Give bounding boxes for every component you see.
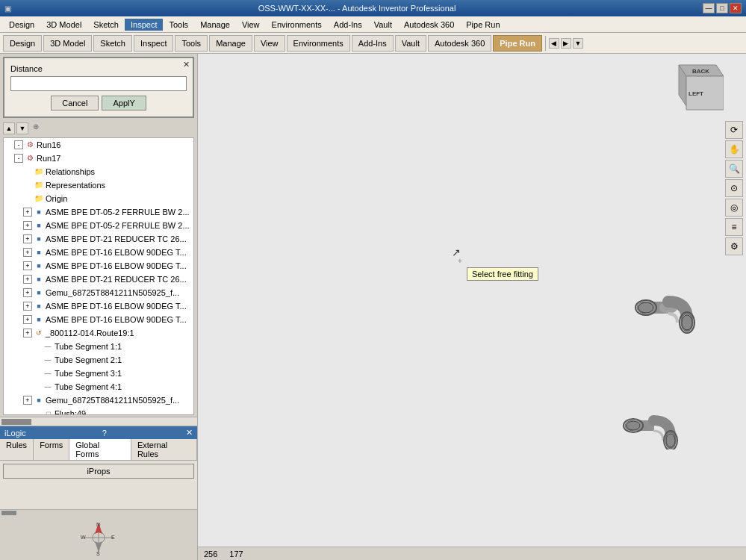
tree-item-gemu1[interactable]: +■Gemu_68725T8841211N505925_f... <box>4 286 193 299</box>
menu-item-pipe-run[interactable]: Pipe Run <box>460 19 506 31</box>
tree-toggle-comp1[interactable]: + <box>23 208 32 217</box>
toolbar-environments[interactable]: Environments <box>287 35 350 52</box>
ilogic-help[interactable]: ? <box>102 429 107 438</box>
menu-item-add-ins[interactable]: Add-Ins <box>328 19 368 31</box>
tree-scroll-down[interactable]: ▼ <box>16 122 28 134</box>
zoom-button[interactable]: 🔍 <box>725 160 743 178</box>
tree-item-comp1[interactable]: +■ASME BPE DT-05-2 FERRULE BW 2... <box>4 205 193 219</box>
tree-toggle-run17[interactable]: - <box>14 154 23 163</box>
tree-item-relationships[interactable]: 📁Relationships <box>4 165 193 178</box>
svg-point-26 <box>627 421 640 430</box>
toolbar-piperun[interactable]: Pipe Run <box>493 35 542 52</box>
toolbar-addins[interactable]: Add-Ins <box>352 35 394 52</box>
tree-toggle-comp8[interactable]: + <box>23 315 32 324</box>
menu-item-sketch[interactable]: Sketch <box>87 19 125 31</box>
menu-item-design[interactable]: Design <box>3 19 40 31</box>
tree-label-seg2: Tube Segment 2:1 <box>55 354 122 366</box>
tree-toggle-comp2[interactable]: + <box>23 221 32 230</box>
orbit-button[interactable]: ⟳ <box>725 121 743 139</box>
menu-item-tools[interactable]: Tools <box>163 19 194 31</box>
tree-item-seg3[interactable]: —Tube Segment 3:1 <box>4 367 193 380</box>
ilogic-tab-global-forms[interactable]: Global Forms <box>69 439 131 460</box>
toolbar-nav-down[interactable]: ▼ <box>573 38 583 49</box>
menu-item-manage[interactable]: Manage <box>194 19 236 31</box>
tree-item-seg4[interactable]: —Tube Segment 4:1 <box>4 380 193 393</box>
tree-item-comp3[interactable]: +■ASME BPE DT-21 REDUCER TC 26... <box>4 232 193 246</box>
tree-toggle-comp7[interactable]: + <box>23 302 32 311</box>
apply-button[interactable]: ApplY <box>102 96 146 111</box>
tree-panel[interactable]: -⚙Run16-⚙Run17📁Relationships📁Representat… <box>3 137 194 415</box>
ilogic-tab-rules[interactable]: Rules <box>0 439 34 460</box>
zoom-all-button[interactable]: ⊙ <box>725 179 743 197</box>
distance-input[interactable] <box>10 76 187 91</box>
iprops-button[interactable]: iProps <box>3 464 194 479</box>
tree-toggle-route[interactable]: + <box>23 329 32 337</box>
pipe-fitting-2[interactable] <box>620 397 680 451</box>
menu-item-view[interactable]: View <box>236 19 266 31</box>
toolbar-3dmodel[interactable]: 3D Model <box>43 35 92 52</box>
tree-item-gemu2[interactable]: +■Gemu_68725T8841211N505925_f... <box>4 393 193 407</box>
tree-item-comp2[interactable]: +■ASME BPE DT-05-2 FERRULE BW 2... <box>4 219 193 232</box>
distance-dialog-close[interactable]: ✕ <box>183 60 190 69</box>
viewcube-svg[interactable]: BACK LEFT <box>664 61 724 121</box>
tree-item-run16[interactable]: -⚙Run16 <box>4 138 193 152</box>
menu-item-vault[interactable]: Vault <box>368 19 398 31</box>
toolbar-manage[interactable]: Manage <box>209 35 252 52</box>
ilogic-scroll[interactable] <box>0 509 197 515</box>
pan-button[interactable]: ✋ <box>725 140 743 158</box>
tree-toggle-gemu1[interactable]: + <box>23 288 32 297</box>
toolbar-sketch[interactable]: Sketch <box>93 35 132 52</box>
tree-item-comp7[interactable]: +■ASME BPE DT-16 ELBOW 90DEG T... <box>4 299 193 313</box>
view-face-button[interactable]: ≡ <box>725 218 743 236</box>
viewport[interactable]: BACK LEFT ⟳ ✋ 🔍 ⊙ ◎ ≡ ⚙ ↗ + Select free … <box>198 54 746 560</box>
tree-scroll-up[interactable]: ▲ <box>3 122 15 134</box>
toolbar-nav-prev[interactable]: ◀ <box>549 38 559 49</box>
tree-item-route[interactable]: +↺_800112-014.Route19:1 <box>4 326 193 340</box>
tree-icon-segment: — <box>43 341 53 352</box>
tree-icon-component: ■ <box>34 274 44 284</box>
menu-item-inspect[interactable]: Inspect <box>125 19 163 31</box>
maximize-button[interactable]: □ <box>716 3 728 13</box>
tree-toggle-comp3[interactable]: + <box>23 234 32 243</box>
toolbar-tools[interactable]: Tools <box>175 35 208 52</box>
tree-hscroll[interactable] <box>0 417 197 426</box>
toolbar-autodesk360[interactable]: Autodesk 360 <box>428 35 491 52</box>
tree-item-origin[interactable]: 📁Origin <box>4 192 193 205</box>
toolbar-vault[interactable]: Vault <box>395 35 426 52</box>
ilogic-tab-forms[interactable]: Forms <box>34 439 69 460</box>
tree-toggle-gemu2[interactable]: + <box>23 396 32 405</box>
toolbar-design[interactable]: Design <box>3 35 42 52</box>
tree-label-comp5: ASME BPE DT-16 ELBOW 90DEG T... <box>46 260 187 272</box>
tree-item-comp5[interactable]: +■ASME BPE DT-16 ELBOW 90DEG T... <box>4 259 193 273</box>
right-toolbar: ⟳ ✋ 🔍 ⊙ ◎ ≡ ⚙ <box>725 121 743 255</box>
tree-toggle-comp5[interactable]: + <box>23 261 32 270</box>
viewcube[interactable]: BACK LEFT <box>664 61 716 113</box>
tree-item-seg2[interactable]: —Tube Segment 2:1 <box>4 353 193 367</box>
toolbar-view[interactable]: View <box>254 35 285 52</box>
close-button[interactable]: ✕ <box>730 3 742 13</box>
tree-item-representations[interactable]: 📁Representations <box>4 178 193 192</box>
tree-item-run17[interactable]: -⚙Run17 <box>4 152 193 165</box>
titlebar: ▣ OSS-WWT-XX-XX-... - Autodesk Inventor … <box>0 0 746 16</box>
pipe-fitting-1[interactable] <box>631 278 698 335</box>
toolbar-nav-next[interactable]: ▶ <box>561 38 571 49</box>
toolbar-inspect[interactable]: Inspect <box>134 35 173 52</box>
tree-toggle-comp4[interactable]: + <box>23 248 32 257</box>
menu-item-3d-model[interactable]: 3D Model <box>40 19 87 31</box>
tree-item-comp6[interactable]: +■ASME BPE DT-21 REDUCER TC 26... <box>4 273 193 286</box>
ilogic-tab-external-rules[interactable]: External Rules <box>131 439 197 460</box>
tree-item-comp8[interactable]: +■ASME BPE DT-16 ELBOW 90DEG T... <box>4 313 193 326</box>
menu-item-autodesk-360[interactable]: Autodesk 360 <box>398 19 460 31</box>
minimize-button[interactable]: — <box>703 3 715 13</box>
tree-item-comp4[interactable]: +■ASME BPE DT-16 ELBOW 90DEG T... <box>4 246 193 259</box>
tree-item-flush49[interactable]: ◻Flush:49 <box>4 407 193 415</box>
menu-item-environments[interactable]: Environments <box>266 19 328 31</box>
cancel-button[interactable]: Cancel <box>51 96 99 111</box>
look-at-button[interactable]: ◎ <box>725 199 743 217</box>
tree-toggle-comp6[interactable]: + <box>23 275 32 284</box>
ilogic-close[interactable]: ✕ <box>186 428 193 438</box>
hscroll-thumb[interactable] <box>1 419 31 425</box>
tree-toggle-run16[interactable]: - <box>14 140 23 149</box>
settings-button[interactable]: ⚙ <box>725 237 743 255</box>
tree-item-seg1[interactable]: —Tube Segment 1:1 <box>4 340 193 353</box>
